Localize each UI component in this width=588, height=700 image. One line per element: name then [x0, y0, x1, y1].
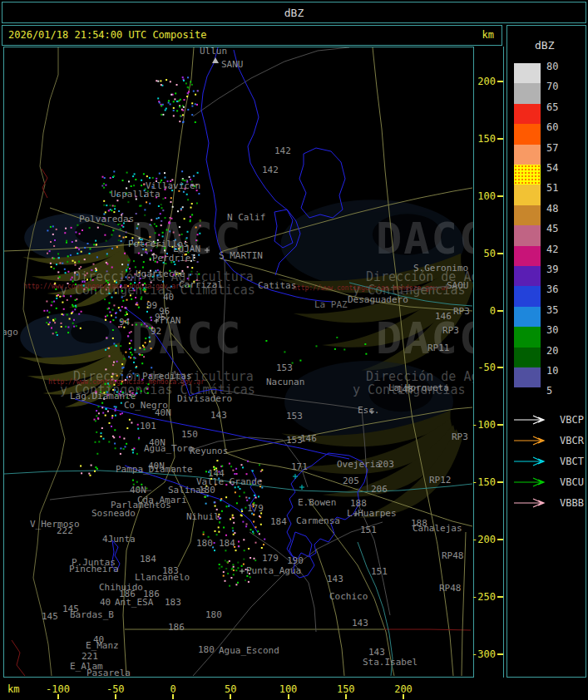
radar-echo — [96, 453, 98, 455]
dbz-swatch-39 — [514, 266, 541, 286]
radar-echo — [365, 353, 367, 355]
radar-echo — [47, 317, 49, 318]
radar-echo — [77, 253, 78, 254]
dbz-swatch-48 — [514, 205, 541, 225]
dbz-scale-label: 39 — [546, 264, 558, 274]
radar-echo — [235, 550, 237, 551]
radar-echo — [229, 585, 230, 587]
radar-echo — [257, 530, 259, 532]
radar-echo — [173, 101, 175, 102]
radar-echo — [258, 495, 259, 497]
radar-echo — [126, 308, 127, 309]
radar-echo — [72, 241, 73, 243]
radar-echo — [132, 277, 134, 279]
right-axis-tick — [497, 653, 503, 655]
radar-echo — [91, 269, 92, 271]
radar-echo — [160, 80, 161, 81]
radar-echo — [259, 515, 260, 517]
radar-echo — [98, 441, 100, 442]
bottom-axis: km -100-50050100150200 — [2, 678, 503, 699]
radar-echo — [49, 250, 51, 252]
radar-echo — [96, 468, 98, 470]
radar-echo — [66, 242, 67, 244]
radar-echo — [67, 261, 68, 263]
radar-echo — [123, 438, 125, 440]
radar-echo — [94, 419, 96, 421]
radar-echo — [129, 348, 131, 350]
radar-echo — [123, 358, 125, 360]
radar-echo — [77, 247, 78, 249]
radar-echo — [128, 180, 130, 182]
map-label: S.Geronimo — [413, 263, 468, 274]
radar-echo — [229, 560, 230, 562]
right-axis-label: -200 — [472, 535, 496, 545]
radar-echo — [118, 210, 120, 212]
radar-echo — [190, 271, 192, 273]
map-label: 171 — [291, 461, 308, 472]
radar-echo — [95, 268, 96, 269]
radar-echo — [126, 231, 127, 233]
radar-echo — [237, 582, 239, 584]
radar-echo — [152, 177, 154, 179]
map-label: Carrizal — [179, 279, 223, 290]
radar-echo — [120, 453, 121, 455]
radar-echo — [225, 535, 227, 536]
radar-echo — [175, 92, 176, 94]
radar-echo — [136, 367, 137, 368]
radar-echo — [170, 201, 172, 203]
radar-echo — [166, 108, 167, 110]
dbz-scale-label: 5 — [546, 386, 552, 396]
radar-echo — [121, 363, 123, 365]
radar-echo — [146, 325, 148, 327]
radar-echo — [125, 276, 126, 278]
radar-echo — [95, 240, 96, 242]
radar-echo — [254, 558, 255, 560]
radar-echo — [143, 261, 145, 263]
radar-echo — [126, 312, 127, 313]
radar-echo — [131, 348, 132, 349]
radar-echo — [75, 305, 77, 307]
radar-echo — [101, 407, 103, 408]
dbz-scale-label: 36 — [546, 284, 558, 294]
radar-echo — [70, 254, 72, 256]
radar-map: DACCDACCDACCDACCDirección de Agricultura… — [4, 47, 473, 677]
radar-echo — [165, 197, 166, 199]
radar-echo — [149, 341, 151, 343]
radar-echo — [179, 234, 180, 236]
radar-echo — [113, 362, 115, 363]
radar-echo — [65, 272, 67, 274]
radar-echo — [162, 198, 164, 200]
radar-echo — [113, 436, 115, 438]
radar-echo — [75, 299, 77, 301]
radar-echo — [114, 208, 116, 210]
map-label: 94 — [119, 317, 131, 328]
radar-echo — [126, 299, 128, 301]
radar-echo — [190, 274, 191, 276]
radar-echo — [176, 101, 178, 102]
radar-echo — [93, 244, 95, 245]
radar-echo — [156, 80, 157, 81]
radar-echo — [176, 84, 178, 86]
dbz-swatch-45 — [514, 225, 541, 245]
radar-echo — [125, 314, 126, 316]
map-label: 180 — [198, 644, 215, 655]
radar-echo — [196, 104, 198, 106]
map-label: Esc. — [358, 405, 380, 416]
radar-echo — [241, 464, 243, 466]
radar-echo — [259, 533, 260, 535]
radar-echo — [249, 497, 250, 499]
radar-echo — [127, 267, 129, 269]
radar-echo — [168, 222, 170, 224]
radar-echo — [180, 99, 181, 101]
radar-echo — [56, 332, 57, 333]
radar-echo — [114, 280, 116, 282]
map-label: 143 — [327, 574, 343, 584]
radar-echo — [230, 519, 231, 520]
radar-echo — [108, 210, 110, 211]
radar-echo — [186, 96, 188, 97]
radar-echo — [115, 447, 116, 449]
radar-echo — [164, 249, 166, 251]
radar-echo — [182, 76, 184, 78]
radar-echo — [96, 244, 97, 245]
radar-echo — [151, 348, 152, 349]
